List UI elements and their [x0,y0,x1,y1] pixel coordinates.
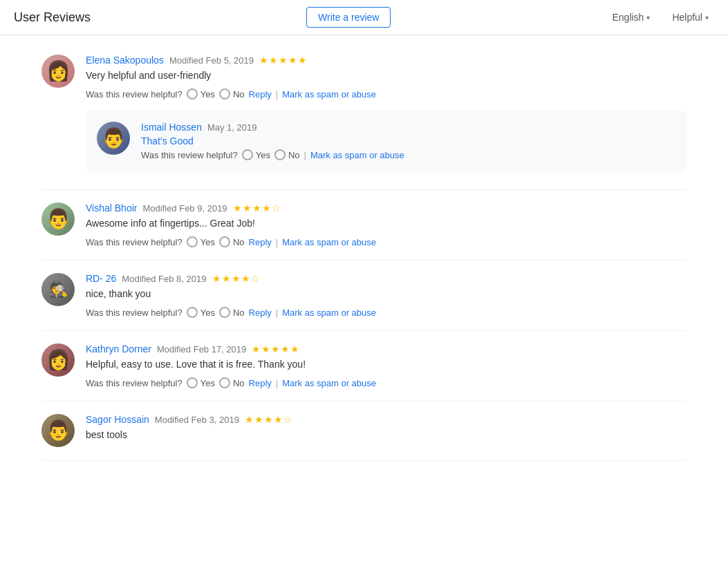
no-radio[interactable]: No [219,307,245,318]
review-date: Modified Feb 9, 2019 [142,203,227,214]
language-label: English [612,12,644,23]
page-header: User Reviews Write a review English ▾ He… [0,0,728,35]
separator: | [304,150,306,160]
reply-radio-no [274,149,286,160]
spam-link[interactable]: Mark as spam or abuse [282,378,376,388]
radio-circle-no [219,236,230,247]
review-actions: Was this review helpful? Yes No Reply | … [86,307,687,318]
helpful-label: Was this review helpful? [86,237,183,247]
reply-helpful-label: Was this review helpful? [141,150,238,160]
language-dropdown-arrow: ▾ [646,14,650,21]
no-radio[interactable]: No [219,377,245,388]
reviewer-name[interactable]: Kathryn Dorner [86,343,151,355]
separator: | [276,378,278,388]
review-text: best tools [86,428,687,442]
review-item: 🕵 RD- 26 Modified Feb 8, 2019 ★★★★☆ nice… [41,261,687,331]
review-actions: Was this review helpful? Yes No Reply | … [86,236,687,247]
review-meta: Vishal Bhoir Modified Feb 9, 2019 ★★★★☆ [86,202,687,214]
review-text: nice, thank you [86,287,687,301]
reply-link[interactable]: Reply [249,237,272,247]
reply-no-radio[interactable]: No [274,149,300,160]
reply-date: May 1, 2019 [207,122,257,133]
no-radio[interactable]: No [219,236,245,247]
sort-dropdown[interactable]: Helpful ▾ [666,8,714,27]
reply-box: 👨 Ismail Hossen May 1, 2019 That's Good … [86,111,687,171]
avatar: 👩 [41,343,75,377]
star-rating: ★★★★☆ [233,202,281,214]
yes-radio[interactable]: Yes [187,88,215,100]
review-date: Modified Feb 17, 2019 [157,344,246,355]
reply-avatar-icon: 👨 [102,129,126,148]
reviewer-name[interactable]: Vishal Bhoir [86,202,137,214]
reply-yes-label: Yes [256,150,270,160]
avatar-icon: 👨 [46,421,71,440]
yes-radio[interactable]: Yes [187,307,215,318]
helpful-label: Was this review helpful? [86,308,183,318]
reply-link[interactable]: Reply [249,89,272,100]
avatar-icon: 🕵 [49,282,68,297]
radio-circle-no [219,377,230,388]
reply-spam-link[interactable]: Mark as spam or abuse [310,150,404,160]
language-dropdown[interactable]: English ▾ [606,8,655,27]
star-rating: ★★★★★ [252,343,300,355]
radio-circle-yes [187,307,198,318]
avatar-icon: 👨 [46,209,71,229]
reply-yes-radio[interactable]: Yes [242,149,270,160]
review-date: Modified Feb 8, 2019 [122,274,206,284]
reply-link[interactable]: Reply [249,308,272,318]
reviewer-name[interactable]: Elena Sakopoulos [86,55,164,66]
no-label: No [233,308,245,318]
review-actions: Was this review helpful? Yes No Reply | … [86,88,687,100]
separator: | [276,308,278,318]
reply-meta: Ismail Hossen May 1, 2019 [141,122,675,133]
radio-circle-yes [187,88,198,100]
review-item: 👨 Sagor Hossain Modified Feb 3, 2019 ★★★… [41,401,687,461]
avatar: 🕵 [41,273,75,306]
reply-link[interactable]: Reply [249,378,272,388]
reply-no-label: No [288,150,300,160]
yes-label: Yes [200,378,215,388]
spam-link[interactable]: Mark as spam or abuse [282,89,376,100]
yes-radio[interactable]: Yes [187,377,215,388]
reply-actions: Was this review helpful? Yes No | Mark a… [141,149,675,160]
review-content: RD- 26 Modified Feb 8, 2019 ★★★★☆ nice, … [86,273,687,318]
reviews-list: 👩 Elena Sakopoulos Modified Feb 5, 2019 … [0,35,728,468]
review-meta: Kathryn Dorner Modified Feb 17, 2019 ★★★… [86,343,687,355]
radio-circle-no [219,307,230,318]
star-rating: ★★★★☆ [245,414,293,425]
no-radio[interactable]: No [219,88,245,100]
sort-label: Helpful [672,12,702,23]
review-content: Sagor Hossain Modified Feb 3, 2019 ★★★★☆… [86,414,687,448]
avatar-icon: 👩 [46,62,71,81]
review-meta: Elena Sakopoulos Modified Feb 5, 2019 ★★… [86,55,687,66]
review-content: Elena Sakopoulos Modified Feb 5, 2019 ★★… [86,55,687,177]
spam-link[interactable]: Mark as spam or abuse [282,237,376,247]
review-content: Kathryn Dorner Modified Feb 17, 2019 ★★★… [86,343,687,388]
separator: | [276,237,278,247]
reply-radio-yes [242,149,253,160]
radio-circle-yes [187,377,198,388]
no-label: No [233,237,245,247]
no-label: No [233,378,245,388]
review-item: 👩 Elena Sakopoulos Modified Feb 5, 2019 … [41,42,687,190]
avatar-icon: 👩 [46,350,71,370]
star-rating: ★★★★★ [259,55,308,66]
avatar: 👨 [41,414,75,447]
yes-label: Yes [200,237,215,247]
reply-avatar: 👨 [97,122,130,155]
spam-link[interactable]: Mark as spam or abuse [282,308,376,318]
reply-name[interactable]: Ismail Hossen [141,122,202,133]
star-rating: ★★★★☆ [212,273,261,284]
review-meta: Sagor Hossain Modified Feb 3, 2019 ★★★★☆ [86,414,687,425]
yes-radio[interactable]: Yes [187,236,215,247]
yes-label: Yes [200,308,215,318]
helpful-label: Was this review helpful? [86,89,183,100]
reviewer-name[interactable]: RD- 26 [86,273,116,284]
review-content: Vishal Bhoir Modified Feb 9, 2019 ★★★★☆ … [86,202,687,247]
avatar: 👨 [41,202,75,236]
write-review-button[interactable]: Write a review [306,7,391,28]
sort-dropdown-arrow: ▾ [705,14,709,21]
review-date: Modified Feb 3, 2019 [155,415,239,425]
page-title: User Reviews [14,10,91,25]
reviewer-name[interactable]: Sagor Hossain [86,414,149,425]
